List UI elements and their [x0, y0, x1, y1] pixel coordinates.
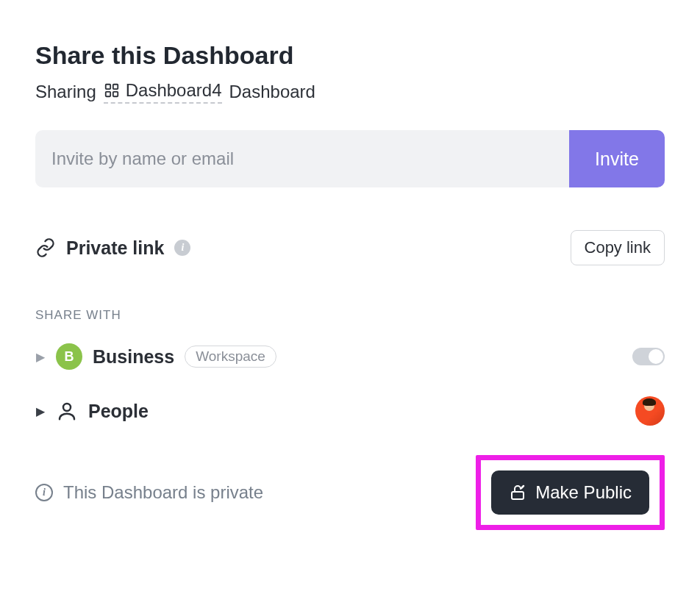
highlight-annotation: Make Public [476, 455, 665, 530]
share-with-label: SHARE WITH [35, 308, 665, 323]
make-public-button[interactable]: Make Public [491, 470, 649, 515]
make-public-label: Make Public [535, 482, 632, 503]
sharing-prefix: Sharing [35, 82, 96, 102]
dashboard-name-text: Dashboard4 [126, 80, 222, 101]
link-icon [35, 237, 56, 258]
person-icon [56, 400, 78, 422]
private-link-label: Private link [66, 237, 164, 259]
dashboard-name-editable[interactable]: Dashboard4 [104, 80, 222, 104]
dialog-subtitle: Sharing Dashboard4 Dashboard [35, 80, 665, 104]
invite-button[interactable]: Invite [569, 130, 665, 187]
share-item-name: People [88, 401, 149, 422]
workspace-chip: Workspace [185, 346, 276, 368]
svg-rect-0 [105, 85, 110, 89]
svg-point-4 [63, 404, 71, 411]
workspace-avatar: B [56, 343, 82, 370]
dashboard-suffix: Dashboard [229, 82, 315, 102]
share-item-business: ▶ B Business Workspace [35, 343, 665, 370]
dashboard-grid-icon [104, 82, 120, 99]
toggle-knob [649, 349, 663, 364]
user-avatar[interactable] [635, 396, 665, 426]
svg-rect-2 [105, 92, 110, 96]
share-item-people: ▶ People [35, 396, 665, 426]
private-link-row: Private link i Copy link [35, 230, 665, 265]
unlock-icon [509, 484, 526, 501]
footer-row: i This Dashboard is private Make Public [35, 455, 665, 530]
private-link-left: Private link i [35, 237, 190, 259]
privacy-status-text: This Dashboard is private [63, 482, 263, 503]
share-item-name: Business [93, 346, 174, 368]
chevron-right-icon[interactable]: ▶ [35, 350, 46, 364]
chevron-right-icon[interactable]: ▶ [35, 404, 46, 418]
share-item-business-left: ▶ B Business Workspace [35, 343, 276, 370]
invite-input[interactable] [35, 130, 569, 187]
dialog-title: Share this Dashboard [35, 41, 665, 70]
business-share-toggle[interactable] [632, 348, 665, 365]
info-icon[interactable]: i [35, 484, 53, 501]
copy-link-button[interactable]: Copy link [571, 230, 665, 265]
footer-left: i This Dashboard is private [35, 482, 263, 503]
info-icon[interactable]: i [174, 240, 190, 256]
svg-rect-1 [113, 85, 118, 89]
svg-rect-5 [512, 492, 524, 499]
svg-rect-3 [113, 92, 118, 96]
share-item-people-left: ▶ People [35, 400, 149, 422]
invite-row: Invite [35, 130, 665, 187]
